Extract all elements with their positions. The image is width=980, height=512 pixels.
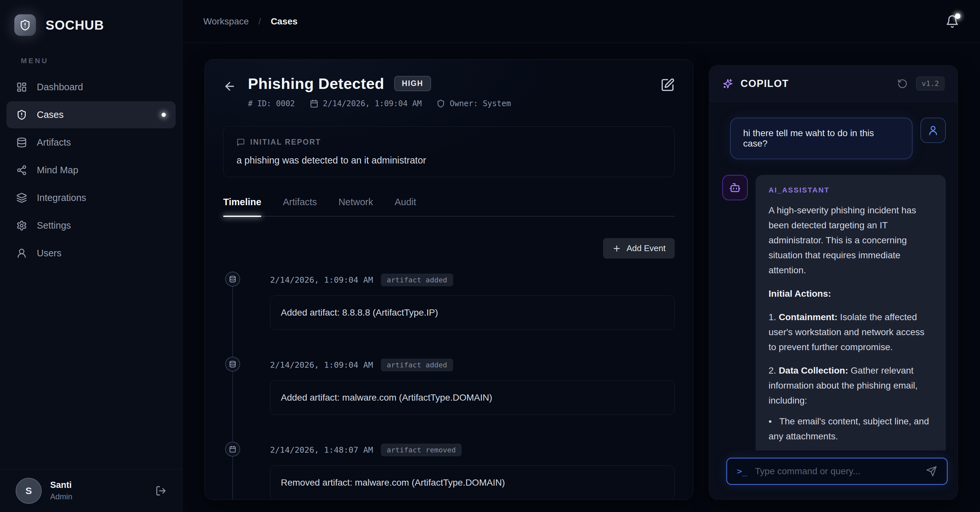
event-timestamp: 2/14/2026, 1:48:07 AM [270,445,373,455]
tab-artifacts[interactable]: Artifacts [283,197,317,216]
app-root: SOCHUB MENU Dashboard Cases A [0,0,980,512]
back-arrow-icon[interactable] [223,80,236,93]
sidebar-item-label: Mind Map [37,165,78,176]
gear-icon [16,220,27,231]
add-event-button[interactable]: Add Event [603,238,675,259]
breadcrumb-workspace[interactable]: Workspace [203,16,249,26]
user-role: Admin [50,492,72,501]
sidebar-nav: Dashboard Cases Artifacts Mind Map [0,74,182,267]
copilot-chat-area: hi there tell me waht to do in this case… [709,102,958,450]
logout-icon[interactable] [155,485,167,496]
content-row: Phishing Detected HIGH # ID: 0002 [183,43,980,512]
sidebar-user-footer: S Santi Admin [0,469,182,512]
event-card: Removed artifact: malware.com (ArtifactT… [270,466,675,499]
copilot-header: COPILOT v1.2 [709,65,958,102]
sidebar-item-label: Users [37,248,62,259]
sidebar: SOCHUB MENU Dashboard Cases A [0,0,183,512]
sidebar-item-label: Settings [37,220,71,231]
assistant-message-row: AI_ASSISTANT A high-severity phishing in… [722,175,946,450]
case-owner: Owner: System [437,99,511,108]
sidebar-item-dashboard[interactable]: Dashboard [6,74,176,101]
breadcrumb-cases[interactable]: Cases [271,16,298,26]
initial-report-box: INITIAL REPORT a phishing was detected t… [223,126,675,177]
bot-icon [729,182,741,194]
sidebar-item-label: Artifacts [37,137,71,148]
sidebar-item-label: Integrations [37,192,86,203]
breadcrumb: Workspace / Cases [203,16,298,27]
share-network-icon [16,165,27,176]
menu-section-label: MENU [21,57,182,65]
case-tabs: Timeline Artifacts Network Audit [223,197,675,216]
dashboard-icon [16,82,27,92]
timeline-event: 2/14/2026, 1:09:04 AM artifact added Add… [270,273,675,330]
tab-timeline[interactable]: Timeline [223,197,261,216]
timeline-event: 2/14/2026, 1:48:07 AM artifact removed R… [270,444,675,499]
database-icon [16,137,27,148]
sidebar-item-integrations[interactable]: Integrations [6,184,176,211]
case-created: 2/14/2026, 1:09:04 AM [310,99,422,108]
case-id: # ID: 0002 [248,99,295,108]
initial-report-label: INITIAL REPORT [250,138,321,146]
sidebar-item-cases[interactable]: Cases [6,101,176,128]
layers-icon [16,192,27,203]
user-message-bubble: hi there tell me waht to do in this case… [730,118,913,159]
command-input[interactable] [755,466,918,477]
sidebar-item-settings[interactable]: Settings [6,212,176,239]
hash-icon: # [248,99,253,108]
message-square-icon [237,138,245,146]
notifications-button[interactable] [945,15,959,28]
case-header: Phishing Detected HIGH # ID: 0002 [223,75,675,108]
sidebar-item-label: Cases [37,110,64,120]
user-icon [927,124,939,136]
tab-network[interactable]: Network [339,197,373,216]
active-indicator-dot [162,113,166,117]
timeline: 2/14/2026, 1:09:04 AM artifact added Add… [223,273,675,499]
notification-dot [955,13,961,19]
version-badge: v1.2 [916,76,945,91]
command-input-container: >_ [726,458,948,485]
calendar-icon [225,442,240,456]
shield-alert-icon [16,110,27,120]
brand: SOCHUB [0,0,182,36]
copilot-title: COPILOT [741,78,789,89]
sparkles-icon [722,78,733,89]
event-card: Added artifact: malware.com (ArtifactTyp… [270,380,675,415]
tab-audit[interactable]: Audit [395,197,416,216]
user-icon [16,248,27,259]
calendar-icon [310,99,318,108]
case-detail-card: Phishing Detected HIGH # ID: 0002 [205,59,693,499]
event-timestamp: 2/14/2026, 1:09:04 AM [270,275,373,285]
event-card: Added artifact: 8.8.8.8 (ArtifactType.IP… [270,296,675,330]
initial-report-text: a phishing was detected to an it adminis… [237,155,661,166]
terminal-prompt-icon: >_ [737,466,747,476]
shield-logo-icon [19,19,31,31]
owner-shield-icon [437,99,445,108]
main-column: Workspace / Cases [183,0,980,512]
event-badge: artifact removed [381,444,461,456]
sidebar-item-mind-map[interactable]: Mind Map [6,157,176,184]
reset-conversation-icon[interactable] [897,78,908,89]
edit-case-icon[interactable] [660,78,675,92]
sidebar-item-artifacts[interactable]: Artifacts [6,129,176,156]
bot-avatar [722,175,748,200]
database-icon [225,357,240,372]
plus-icon [612,244,621,253]
sidebar-item-users[interactable]: Users [6,240,176,267]
case-title: Phishing Detected [248,75,385,92]
database-icon [225,272,240,286]
send-icon[interactable] [926,466,937,477]
app-title: SOCHUB [46,18,104,33]
case-meta: # ID: 0002 2/14/2026, 1:09:04 AM [248,99,511,108]
event-badge: artifact added [381,273,453,286]
topbar: Workspace / Cases [183,0,980,43]
assistant-message-card: AI_ASSISTANT A high-severity phishing in… [756,175,946,450]
avatar: S [16,478,42,504]
user-name: Santi [50,480,72,490]
timeline-event: 2/14/2026, 1:09:04 AM artifact added Add… [270,359,675,415]
event-timestamp: 2/14/2026, 1:09:04 AM [270,360,373,370]
user-message-row: hi there tell me waht to do in this case… [722,118,946,159]
copilot-panel: COPILOT v1.2 hi there tell me waht to do… [709,65,958,499]
assistant-label: AI_ASSISTANT [768,186,933,194]
severity-badge: HIGH [394,76,431,91]
user-chat-avatar [920,118,946,143]
